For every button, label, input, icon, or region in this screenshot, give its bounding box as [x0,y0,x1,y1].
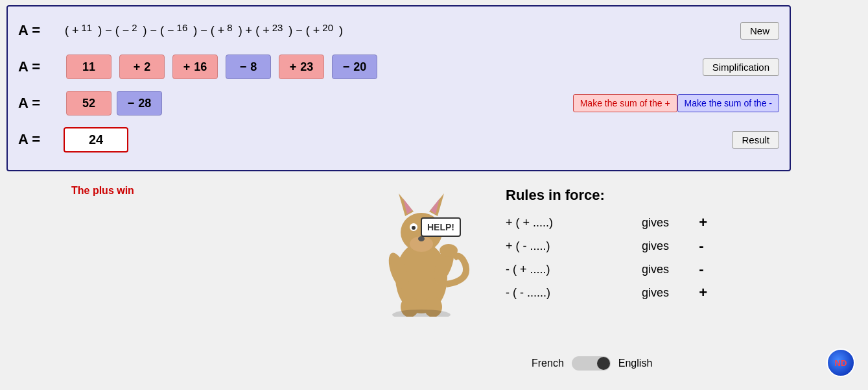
a-label-row1: A = [18,22,57,39]
sum-row: A = 52 − 28 Make the sum of the + Make t… [18,88,779,118]
expr-val6: 20 [322,22,333,39]
expr-open1: ( + [65,24,79,38]
nd-logo-text: ND [835,358,847,368]
expr-op5: ) − ( + [285,24,320,38]
term-box-4-value: 8 [250,60,257,74]
rule-result-4: + [687,284,707,301]
coyote-illustration: HELP! [363,180,480,317]
term-box-5: + 23 [279,55,324,79]
sum-box-2-value: 28 [138,97,151,110]
a-label-row4: A = [18,131,57,148]
term-box-2-sign: + [134,60,141,74]
rule-row-4: - ( - ......) gives + [506,284,707,301]
rule-result-2: - [687,238,704,254]
expr-op4: ) + ( + [235,24,270,38]
rule-gives-4: gives [635,286,687,300]
expr-op3: ) − ( + [190,24,224,38]
plus-win-text: The plus win [71,185,134,196]
expr-close: ) [336,24,343,38]
term-box-4: − 8 [226,55,271,79]
sum-box-2-sign: − [128,97,135,110]
sum-box-2: − 28 [117,91,162,116]
term-box-6: − 20 [332,55,377,79]
rule-expr-4: - ( - ......) [506,286,635,300]
rule-row-1: + ( + .....) gives + [506,214,707,231]
expr-op2: ) − ( − [140,24,174,38]
rule-result-1: + [687,214,707,231]
a-label-row3: A = [18,95,57,112]
rule-expr-1: + ( + .....) [506,216,635,230]
rule-expr-2: + ( - .....) [506,239,635,253]
term-box-6-sign: − [343,60,350,74]
svg-point-19 [392,310,451,317]
rule-gives-1: gives [635,216,687,230]
expr-val5: 23 [272,22,283,39]
sum-box-1: 52 [66,91,111,116]
french-label: French [532,358,564,369]
expr-val4: 8 [227,22,232,39]
expression-row: A = ( + 11 ) − ( − 2 ) − ( − 16 ) − ( + … [18,16,779,45]
expr-op1: ) − ( − [95,24,129,38]
expression-display: ( + 11 ) − ( − 2 ) − ( − 16 ) − ( + 8 ) … [64,22,734,39]
boxes-row: A = 11 + 2 + 16 − 8 + 23 − 20 [18,52,779,82]
rule-gives-3: gives [635,263,687,276]
term-box-5-value: 23 [300,60,313,74]
term-box-2-value: 2 [144,60,150,74]
rule-result-3: - [687,261,704,278]
make-sum-buttons: Make the sum of the + Make the sum of th… [573,94,779,112]
term-box-3-sign: + [183,60,191,74]
coyote-area: HELP! [363,180,480,319]
toggle-knob [597,357,610,370]
svg-point-7 [418,236,425,241]
term-box-3: + 16 [172,55,218,79]
new-button[interactable]: New [740,22,779,40]
term-box-2: + 2 [119,55,165,79]
svg-point-5 [412,226,416,230]
rule-gives-2: gives [635,239,687,253]
expr-val3: 16 [177,22,188,39]
term-box-5-sign: + [290,60,297,74]
svg-text:HELP!: HELP! [427,222,454,232]
result-row: A = 24 Result [18,125,779,154]
make-sum-plus-button[interactable]: Make the sum of the + [573,94,677,112]
make-sum-minus-button[interactable]: Make the sum of the - [677,94,779,112]
language-toggle[interactable] [572,356,611,371]
rules-title: Rules in force: [506,187,707,204]
english-label: English [618,358,652,369]
expr-val1: 11 [82,22,93,39]
rule-row-2: + ( - .....) gives - [506,238,707,254]
rules-area: Rules in force: + ( + .....) gives + + (… [499,180,714,314]
term-box-1: 11 [66,55,111,79]
a-label-row2: A = [18,58,57,75]
result-box: 24 [64,127,128,152]
result-button[interactable]: Result [732,131,779,149]
term-box-1-value: 11 [82,60,95,74]
rule-row-3: - ( + .....) gives - [506,261,707,278]
simplification-button[interactable]: Simplification [703,58,779,76]
expr-val2: 2 [132,22,137,39]
sum-boxes: 52 − 28 [64,91,567,116]
term-box-3-value: 16 [194,60,207,74]
plus-win-message: The plus win [71,185,134,197]
term-boxes: 11 + 2 + 16 − 8 + 23 − 20 [64,55,696,79]
main-panel: A = ( + 11 ) − ( − 2 ) − ( − 16 ) − ( + … [6,5,791,171]
sum-box-1-value: 52 [82,97,95,110]
nd-logo[interactable]: ND [827,348,855,377]
language-toggle-area: French English [532,356,652,371]
term-box-6-value: 20 [353,60,366,74]
term-box-4-sign: − [240,60,247,74]
rule-expr-3: - ( + .....) [506,263,635,276]
